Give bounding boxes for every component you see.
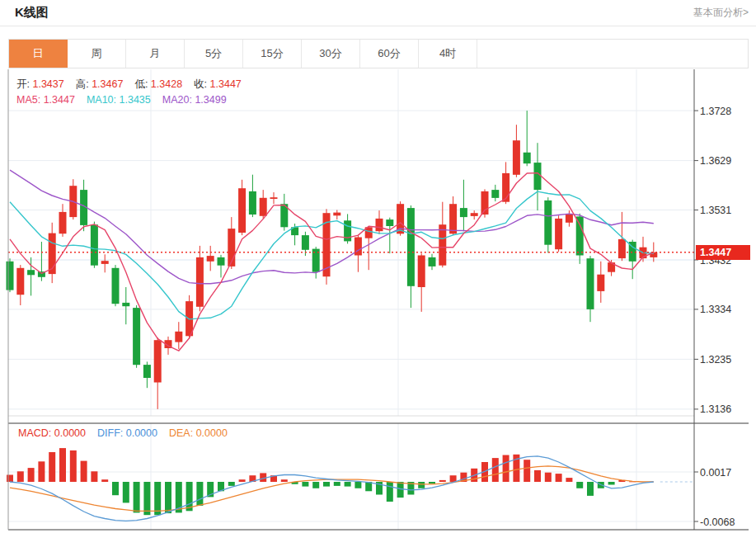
macd-bar: [492, 458, 499, 482]
y-axis-label: 1.3136: [700, 403, 731, 415]
macd-bar: [143, 482, 150, 515]
candle-body: [587, 258, 594, 309]
candle-body: [513, 140, 520, 175]
candle-body: [618, 239, 626, 258]
macd-bar: [101, 479, 108, 482]
macd-bar: [545, 473, 552, 482]
macd-bar: [556, 474, 562, 482]
ohlc-value: 1.3437: [30, 78, 64, 90]
macd-bar: [345, 482, 351, 487]
macd-bar: [439, 480, 446, 482]
ma-label: MA20:: [162, 94, 192, 106]
macd-item: DEA: 0.0000: [169, 427, 228, 439]
ohlc-label: 高:: [76, 78, 89, 90]
ma10-line: [10, 191, 654, 319]
candle-body: [154, 340, 162, 382]
dea-line: [10, 466, 654, 511]
candle-body: [302, 235, 309, 250]
candle-body: [59, 212, 67, 233]
macd-bar: [418, 482, 425, 488]
ma-item: MA20: 1.3499: [162, 94, 227, 106]
macd-bar: [429, 482, 435, 483]
diff-line: [10, 456, 654, 521]
candle-body: [238, 188, 246, 233]
macd-value: 0.0000: [193, 427, 228, 439]
ohlc-value: 1.3467: [89, 78, 124, 90]
macd-bar: [123, 482, 129, 502]
macd-bar: [312, 482, 319, 488]
axis-labels-layer: 1.37281.36291.35311.34321.33341.32351.31…: [694, 106, 735, 528]
macd-bar: [70, 450, 77, 482]
candle-body: [133, 308, 140, 365]
candle-body: [386, 219, 393, 226]
candle-body: [566, 214, 573, 222]
candle-body: [333, 213, 340, 216]
macd-bar: [196, 482, 203, 506]
ma-legend: MA5: 1.3447MA10: 1.3435MA20: 1.3499: [16, 94, 238, 106]
candle-body: [207, 256, 214, 262]
y-axis-label: 1.3629: [700, 155, 731, 167]
macd-bar: [91, 471, 97, 482]
candle-body: [122, 303, 129, 306]
macd-bar: [503, 455, 509, 483]
macd-label: DEA:: [169, 427, 193, 439]
candle-body: [196, 257, 204, 307]
macd-bar: [587, 482, 594, 496]
macd-bar: [534, 470, 541, 482]
candle-body: [460, 208, 467, 217]
candle-body: [576, 216, 584, 255]
macd-bar: [17, 471, 24, 482]
ohlc-label: 开:: [16, 78, 30, 90]
macd-bar: [165, 482, 171, 513]
ma-label: MA5:: [16, 94, 40, 106]
macd-bar: [524, 460, 530, 482]
y-axis-label: 1.3531: [700, 205, 731, 216]
axes-layer: [8, 69, 749, 530]
candle-body: [27, 270, 35, 275]
candle-body: [407, 208, 415, 286]
macd-bar: [154, 482, 161, 515]
candle-body: [481, 191, 489, 215]
macd-layer: [7, 448, 694, 521]
candle-body: [544, 200, 552, 245]
candle-body: [429, 257, 436, 266]
kline-widget: K线图 基本面分析> 日周月5分15分30分60分4时 1.37281.3629…: [0, 0, 756, 533]
candle-body: [112, 268, 120, 304]
candle-body: [16, 268, 24, 295]
macd-bar: [397, 482, 404, 498]
ma-value: 1.3499: [192, 94, 227, 106]
macd-bar: [355, 482, 361, 488]
macd-bar: [576, 482, 583, 488]
macd-label: DIFF:: [97, 427, 123, 439]
macd-bar: [566, 478, 572, 482]
macd-bar: [302, 482, 308, 487]
ohlc-label: 收:: [194, 78, 207, 90]
candle-body: [249, 191, 256, 215]
y-axis-label: 1.3235: [700, 354, 731, 366]
macd-value: 0.0000: [123, 427, 157, 439]
macd-item: MACD: 0.0000: [18, 427, 86, 439]
ohlc-item: 收: 1.3447: [194, 78, 242, 90]
macd-bar: [281, 479, 288, 482]
candle-body: [218, 257, 225, 266]
ohlc-value: 1.3428: [148, 78, 182, 90]
macd-bar: [239, 479, 246, 482]
macd-bar: [7, 475, 13, 483]
y-axis-label: -0.0068: [700, 516, 735, 528]
y-axis-label: 0.0017: [700, 467, 731, 479]
candle-body: [471, 213, 478, 216]
candle-body: [439, 224, 446, 266]
macd-bar: [134, 482, 140, 512]
candle-body: [91, 224, 98, 266]
macd-bar: [387, 482, 393, 502]
candle-body: [7, 262, 14, 290]
macd-bar: [112, 482, 119, 495]
macd-bar: [323, 482, 330, 487]
macd-bar: [228, 482, 235, 486]
candle-body: [524, 153, 531, 163]
candle-body: [555, 219, 562, 249]
ohlc-item: 开: 1.3437: [16, 78, 64, 90]
macd-bar: [81, 461, 87, 482]
candle-body: [101, 261, 109, 264]
ohlc-readout: 开: 1.3437高: 1.3467低: 1.3428收: 1.3447: [16, 78, 253, 92]
